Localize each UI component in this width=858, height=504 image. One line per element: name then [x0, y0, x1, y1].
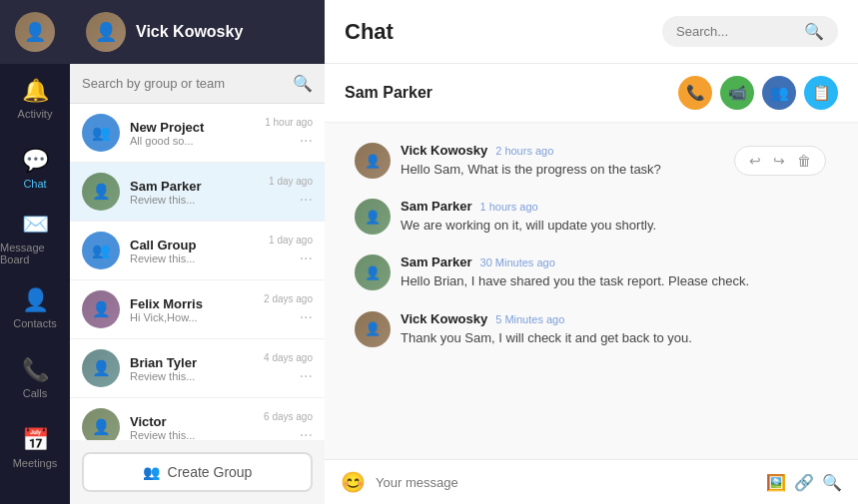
group-call-button[interactable]: 👥	[762, 76, 796, 110]
contact-more-icon[interactable]: ···	[300, 426, 313, 441]
contact-name: New Project	[130, 120, 255, 135]
middle-header: 👤 Vick Kowosky	[70, 0, 325, 64]
contact-time: 1 hour ago	[265, 117, 313, 128]
sidebar-item-chat[interactable]: 💬 Chat	[0, 134, 70, 204]
contact-avatar: 👤	[82, 408, 120, 440]
sidebar-item-message-board[interactable]: ✉️ Message Board	[0, 204, 70, 273]
message-time: 30 Minutes ago	[480, 256, 555, 268]
contact-item[interactable]: 👤 Felix Morris Hi Vick,How... 2 days ago…	[70, 280, 325, 339]
message-block: 👤 Sam Parker 30 Minutes ago Hello Brian,…	[345, 247, 838, 298]
message-avatar: 👤	[355, 143, 391, 179]
contact-more-icon[interactable]: ···	[300, 191, 313, 209]
contact-name: Call Group	[130, 238, 259, 252]
header-avatar: 👤	[86, 12, 126, 52]
message-avatar: 👤	[355, 311, 391, 347]
search-input[interactable]	[82, 76, 285, 91]
contact-avatar: 👤	[82, 290, 120, 328]
meetings-label: Meetings	[13, 457, 58, 469]
sidebar-nav: 👤 🔔 Activity 💬 Chat ✉️ Message Board 👤 C…	[0, 0, 70, 504]
contact-meta: 1 day ago ···	[269, 176, 313, 209]
contact-item[interactable]: 👤 Victor Review this... 6 days ago ···	[70, 398, 325, 440]
call-button[interactable]: 📞	[678, 76, 712, 110]
meetings-icon: 📅	[22, 427, 49, 453]
message-time: 5 Minutes ago	[495, 313, 564, 325]
attachment-icon[interactable]: 🖼️	[766, 473, 786, 492]
contact-name: Brian Tyler	[130, 355, 254, 370]
contact-more-icon[interactable]: ···	[300, 367, 313, 385]
contact-avatar: 👥	[82, 114, 120, 152]
chat-icon: 💬	[22, 148, 49, 174]
middle-panel: 👤 Vick Kowosky 🔍 👥 New Project All good …	[70, 0, 325, 504]
search-message-icon[interactable]: 🔍	[822, 473, 842, 492]
message-actions: ↩ ↪ 🗑	[734, 146, 826, 176]
chat-title: Chat	[345, 19, 650, 45]
contact-time: 4 days ago	[264, 352, 313, 363]
chat-contact-name: Sam Parker	[345, 84, 432, 102]
message-input[interactable]	[376, 475, 756, 490]
contact-meta: 4 days ago ···	[264, 352, 313, 385]
contact-info: New Project All good so...	[130, 120, 255, 147]
notes-button[interactable]: 📋	[804, 76, 838, 110]
sidebar-item-calls[interactable]: 📞 Calls	[0, 343, 70, 413]
message-board-icon: ✉️	[22, 212, 49, 238]
contact-item[interactable]: 👤 Brian Tyler Review this... 4 days ago …	[70, 339, 325, 398]
contact-preview: Review this...	[130, 429, 254, 441]
contact-preview: Hi Vick,How...	[130, 311, 254, 323]
sidebar-item-meetings[interactable]: 📅 Meetings	[0, 413, 70, 483]
link-icon[interactable]: 🔗	[794, 473, 814, 492]
chat-panel: Chat 🔍 Sam Parker 📞 📹 👥 📋 👤 Vick Kowosky…	[325, 0, 858, 504]
message-block: 👤 Sam Parker 1 hours ago We are working …	[345, 191, 838, 243]
message-body: Sam Parker 30 Minutes ago Hello Brian, I…	[401, 254, 828, 290]
activity-icon: 🔔	[22, 78, 49, 104]
chat-action-buttons: 📞 📹 👥 📋	[678, 76, 838, 110]
message-sender: Sam Parker	[401, 254, 472, 269]
contact-avatar: 👤	[82, 349, 120, 387]
message-sender: Vick Kowosky	[401, 143, 487, 158]
messages-area: 👤 Vick Kowosky 2 hours ago Hello Sam, Wh…	[325, 123, 858, 459]
user-name: Vick Kowosky	[136, 23, 243, 41]
delete-icon[interactable]: 🗑	[793, 151, 815, 171]
contact-item[interactable]: 👥 New Project All good so... 1 hour ago …	[70, 104, 325, 163]
contact-time: 1 day ago	[269, 176, 313, 187]
top-search: 🔍	[662, 16, 838, 47]
contacts-icon: 👤	[22, 287, 49, 313]
search-icon: 🔍	[293, 74, 313, 93]
contact-meta: 6 days ago ···	[264, 411, 313, 441]
contact-more-icon[interactable]: ···	[300, 250, 313, 267]
contact-info: Brian Tyler Review this...	[130, 355, 254, 382]
contact-preview: Review this...	[130, 194, 259, 206]
contact-meta: 1 day ago ···	[269, 235, 313, 267]
contact-item[interactable]: 👥 Call Group Review this... 1 day ago ··…	[70, 222, 325, 280]
contact-time: 2 days ago	[264, 293, 313, 304]
contact-item[interactable]: 👤 Sam Parker Review this... 1 day ago ··…	[70, 163, 325, 222]
message-avatar: 👤	[355, 199, 391, 235]
message-sender: Vick Kowosky	[401, 311, 487, 326]
calls-label: Calls	[23, 387, 47, 399]
message-sender: Sam Parker	[401, 199, 472, 214]
contact-preview: Review this...	[130, 252, 259, 264]
sidebar-item-contacts[interactable]: 👤 Contacts	[0, 273, 70, 343]
chat-input-actions: 🖼️ 🔗 🔍	[766, 473, 842, 492]
user-avatar: 👤	[15, 12, 55, 52]
message-time: 1 hours ago	[480, 201, 538, 213]
reply-icon[interactable]: ↩	[745, 151, 765, 171]
forward-icon[interactable]: ↪	[769, 151, 789, 171]
contact-more-icon[interactable]: ···	[300, 132, 313, 150]
video-button[interactable]: 📹	[720, 76, 754, 110]
message-body: Vick Kowosky 5 Minutes ago Thank you Sam…	[401, 311, 828, 347]
chat-top-bar: Chat 🔍	[325, 0, 858, 64]
emoji-button[interactable]: 😊	[341, 470, 366, 494]
sidebar-item-activity[interactable]: 🔔 Activity	[0, 64, 70, 134]
message-text: Hello Brian, I have shared you the task …	[401, 272, 828, 290]
message-block: 👤 Vick Kowosky 5 Minutes ago Thank you S…	[345, 303, 838, 355]
contact-info: Call Group Review this...	[130, 238, 259, 264]
message-avatar: 👤	[355, 254, 391, 290]
create-group-button[interactable]: 👥 Create Group	[82, 452, 313, 492]
chat-search-input[interactable]	[676, 24, 796, 39]
search-bar: 🔍	[70, 64, 325, 104]
message-text: We are working on it, will update you sh…	[401, 217, 828, 235]
contact-more-icon[interactable]: ···	[300, 308, 313, 326]
contact-preview: All good so...	[130, 135, 255, 147]
message-board-label: Message Board	[0, 242, 70, 265]
contact-name: Victor	[130, 414, 254, 429]
